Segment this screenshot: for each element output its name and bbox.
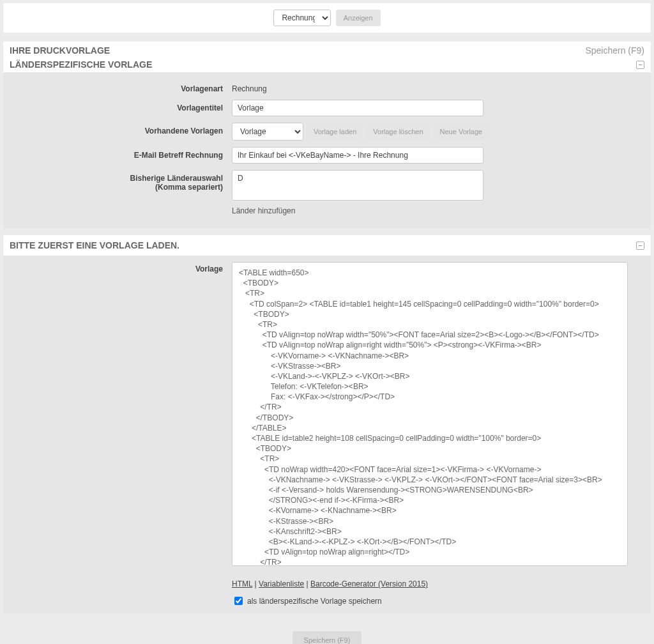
type-select[interactable]: Rechnung: [273, 10, 331, 26]
country-specific-checkbox[interactable]: [234, 597, 243, 605]
link-barcode-generator[interactable]: Barcode-Generator (Version 2015): [310, 579, 428, 588]
section-header: IHRE DRUCKVORLAGE Speichern (F9): [3, 42, 651, 57]
link-variablenliste[interactable]: Variablenliste: [259, 579, 304, 588]
template-editor-section: BITTE ZUERST EINE VORLAGE LADEN. − Vorla…: [3, 235, 651, 613]
editor-area: Vorlage HTML | Variablenliste | Barcode-…: [3, 256, 651, 613]
show-button[interactable]: Anzeigen: [336, 10, 381, 26]
delete-template-button[interactable]: Vorlage löschen: [367, 124, 429, 139]
link-html[interactable]: HTML: [232, 579, 252, 588]
checkbox-label: als länderspezifische Vorlage speichern: [247, 597, 382, 606]
label-laender: Bisherige Länderauswahl (Komma separiert…: [10, 170, 232, 192]
template-config-section: IHRE DRUCKVORLAGE Speichern (F9) LÄNDERS…: [3, 42, 651, 229]
template-code-editor[interactable]: [232, 262, 628, 566]
load-template-button[interactable]: Vorlage laden: [307, 124, 363, 139]
save-hint: Speichern (F9): [585, 45, 644, 56]
sub-header: LÄNDERSPEZIFISCHE VORLAGE −: [3, 57, 651, 72]
sub-title: LÄNDERSPEZIFISCHE VORLAGE: [10, 59, 152, 70]
input-email-subject[interactable]: [232, 147, 483, 164]
label-vorhandene: Vorhandene Vorlagen: [10, 123, 232, 135]
input-country-selection[interactable]: [232, 170, 483, 201]
value-vorlagenart: Rechnung: [232, 80, 644, 93]
label-template: Vorlage: [10, 262, 232, 273]
collapse-icon[interactable]: −: [636, 241, 644, 250]
footer-bar: Speichern (F9): [3, 620, 651, 644]
input-vorlagentitel[interactable]: [232, 100, 483, 116]
form-area: Vorlagenart Rechnung Vorlagentitel Vorha…: [3, 72, 651, 229]
collapse-icon[interactable]: −: [636, 61, 644, 69]
top-bar: Rechnung Anzeigen: [3, 3, 651, 33]
new-template-button[interactable]: Neue Vorlage: [434, 124, 489, 139]
select-template[interactable]: Vorlage: [232, 123, 303, 141]
add-countries-link[interactable]: Länder hinzufügen: [232, 206, 644, 215]
label-vorlagenart: Vorlagenart: [10, 80, 232, 93]
editor-links: HTML | Variablenliste | Barcode-Generato…: [232, 579, 644, 588]
section-title: IHRE DRUCKVORLAGE: [10, 45, 110, 56]
label-email: E-Mail Betreff Rechnung: [10, 147, 232, 160]
save-button[interactable]: Speichern (F9): [293, 631, 362, 644]
editor-title: BITTE ZUERST EINE VORLAGE LADEN.: [10, 240, 179, 250]
label-vorlagentitel: Vorlagentitel: [10, 100, 232, 112]
